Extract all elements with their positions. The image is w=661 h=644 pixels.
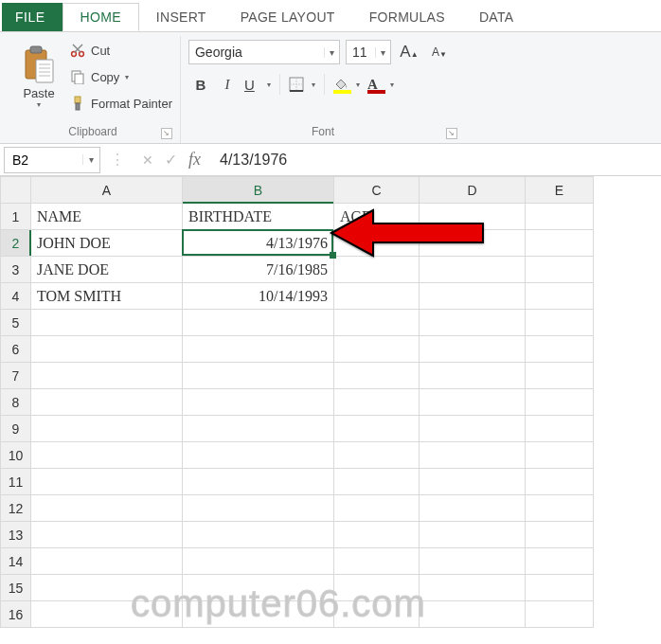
cell[interactable]: TOM SMITH <box>31 283 183 310</box>
cell[interactable] <box>420 575 526 601</box>
cell[interactable] <box>31 389 183 416</box>
cell[interactable] <box>334 363 420 389</box>
row-header[interactable]: 13 <box>1 522 31 548</box>
cell[interactable]: JANE DOE <box>31 257 183 283</box>
cell[interactable] <box>334 548 420 575</box>
row-header[interactable]: 5 <box>1 310 31 336</box>
cell[interactable] <box>31 522 183 548</box>
cell[interactable] <box>31 310 183 336</box>
row-header[interactable]: 2 <box>1 230 31 257</box>
cell[interactable] <box>420 548 526 575</box>
cell[interactable] <box>183 363 334 389</box>
copy-button[interactable]: Copy ▾ <box>70 66 172 87</box>
cell[interactable] <box>183 575 334 601</box>
row-header[interactable]: 1 <box>1 204 31 230</box>
cell[interactable] <box>334 336 420 363</box>
cell[interactable]: NAME <box>31 204 183 230</box>
cell[interactable] <box>420 257 526 283</box>
cell[interactable] <box>526 522 594 548</box>
cell[interactable] <box>31 495 183 522</box>
cell[interactable] <box>31 469 183 495</box>
cut-button[interactable]: Cut <box>70 40 172 61</box>
cell[interactable]: AGE <box>334 204 420 230</box>
cell[interactable] <box>526 416 594 442</box>
row-header[interactable]: 14 <box>1 548 31 575</box>
cell[interactable] <box>334 257 420 283</box>
cell[interactable] <box>526 283 594 310</box>
cell[interactable] <box>31 601 183 628</box>
row-header[interactable]: 16 <box>1 601 31 628</box>
font-color-button[interactable]: A ▾ <box>365 72 397 97</box>
cell[interactable] <box>183 469 334 495</box>
cell[interactable] <box>526 336 594 363</box>
cell[interactable]: 7/16/1985 <box>183 257 334 283</box>
cell[interactable] <box>420 442 526 469</box>
cell[interactable] <box>31 336 183 363</box>
cell[interactable] <box>183 601 334 628</box>
column-header[interactable]: B <box>183 177 334 204</box>
select-all-corner[interactable] <box>1 177 31 204</box>
row-header[interactable]: 12 <box>1 495 31 522</box>
dialog-launcher-icon[interactable]: ↘ <box>446 128 457 139</box>
cell[interactable] <box>420 416 526 442</box>
dialog-launcher-icon[interactable]: ↘ <box>161 128 172 139</box>
tab-formulas[interactable]: FORMULAS <box>352 3 462 31</box>
font-size-combo[interactable]: 11 ▾ <box>346 40 391 64</box>
cell[interactable] <box>334 389 420 416</box>
tab-data[interactable]: DATA <box>462 3 530 31</box>
format-painter-button[interactable]: Format Painter <box>70 93 172 114</box>
cell[interactable] <box>183 442 334 469</box>
tab-home[interactable]: HOME <box>63 3 139 31</box>
cell[interactable] <box>334 230 420 257</box>
cell[interactable] <box>334 522 420 548</box>
borders-button[interactable]: ▾ <box>286 72 318 97</box>
cell[interactable] <box>183 548 334 575</box>
cell[interactable]: 4/13/1976 <box>183 230 334 257</box>
cell[interactable] <box>31 575 183 601</box>
cell[interactable] <box>526 310 594 336</box>
cell[interactable] <box>183 495 334 522</box>
cell[interactable] <box>526 363 594 389</box>
cell[interactable] <box>420 469 526 495</box>
cell[interactable] <box>31 548 183 575</box>
cell[interactable] <box>420 283 526 310</box>
cell[interactable] <box>334 601 420 628</box>
name-box[interactable]: B2 ▾ <box>4 147 100 173</box>
row-header[interactable]: 11 <box>1 469 31 495</box>
bold-button[interactable]: B <box>188 72 213 97</box>
cell[interactable] <box>31 416 183 442</box>
row-header[interactable]: 3 <box>1 257 31 283</box>
italic-button[interactable]: I <box>215 72 240 97</box>
paste-button[interactable]: Paste ▾ <box>13 40 64 114</box>
tab-page-layout[interactable]: PAGE LAYOUT <box>223 3 352 31</box>
cell[interactable] <box>183 522 334 548</box>
row-header[interactable]: 15 <box>1 575 31 601</box>
shrink-font-button[interactable]: A▼ <box>427 40 452 64</box>
tab-insert[interactable]: INSERT <box>139 3 223 31</box>
cancel-formula-button[interactable]: ✕ <box>142 152 153 168</box>
cell[interactable] <box>526 495 594 522</box>
fill-color-button[interactable]: ▾ <box>330 72 363 97</box>
cell[interactable] <box>526 389 594 416</box>
cell[interactable] <box>526 257 594 283</box>
cell[interactable] <box>420 363 526 389</box>
cell[interactable] <box>334 283 420 310</box>
cell[interactable] <box>420 601 526 628</box>
cell[interactable] <box>183 336 334 363</box>
row-header[interactable]: 7 <box>1 363 31 389</box>
cell[interactable] <box>183 310 334 336</box>
grow-font-button[interactable]: A▲ <box>397 40 421 64</box>
cell[interactable] <box>334 442 420 469</box>
row-header[interactable]: 8 <box>1 389 31 416</box>
column-header[interactable]: D <box>420 177 526 204</box>
cell[interactable] <box>334 575 420 601</box>
cell[interactable] <box>31 363 183 389</box>
row-header[interactable]: 6 <box>1 336 31 363</box>
spreadsheet-grid[interactable]: ABCDE1NAMEBIRTHDATEAGE2JOHN DOE4/13/1976… <box>0 176 661 628</box>
cell[interactable] <box>526 230 594 257</box>
cell[interactable] <box>526 204 594 230</box>
formula-input[interactable]: 4/13/1976 <box>212 152 661 169</box>
file-tab[interactable]: FILE <box>2 3 63 31</box>
cell[interactable] <box>420 204 526 230</box>
cell[interactable] <box>31 442 183 469</box>
